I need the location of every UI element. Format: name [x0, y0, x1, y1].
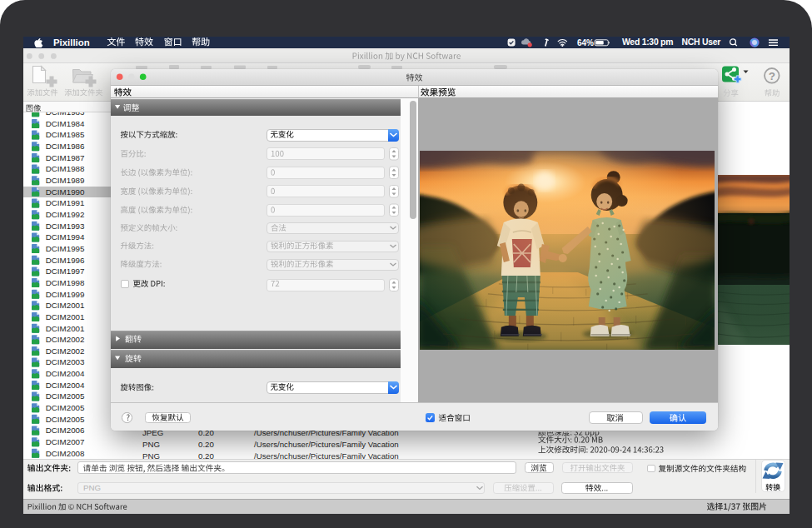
svg-text:?: ? [769, 70, 775, 82]
